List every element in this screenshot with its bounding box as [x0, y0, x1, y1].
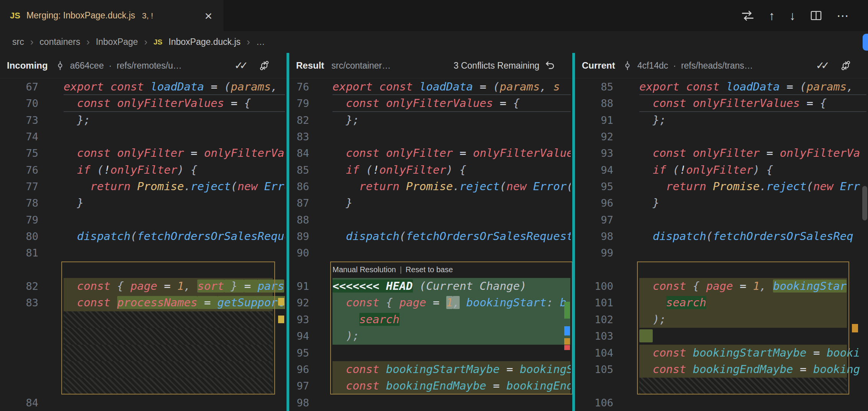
code-token: }; — [77, 113, 90, 127]
git-compare-icon[interactable] — [840, 60, 851, 71]
scrollbar-thumb[interactable] — [862, 186, 867, 220]
manual-resolution-link[interactable]: Manual Resolution — [332, 261, 396, 278]
code-line[interactable]: 103 — [575, 328, 868, 344]
code-line[interactable]: 80 dispatch(fetchOrdersOrSalesReque — [0, 228, 287, 245]
code-line[interactable]: 92 — [575, 128, 868, 145]
current-editor[interactable]: 85export const loadData = (params,88 con… — [575, 79, 868, 411]
code-line[interactable]: 77 return Promise.reject(new Erro — [0, 178, 287, 195]
undo-icon[interactable] — [544, 60, 555, 71]
code-line[interactable]: 98 — [289, 395, 572, 411]
breadcrumb-inboxpage[interactable]: InboxPage — [96, 37, 138, 47]
code-token: = — [197, 296, 217, 309]
code-line[interactable]: 86 return Promise.reject(new Error( — [289, 178, 572, 195]
breadcrumb-symbol-ellipsis[interactable]: … — [256, 37, 265, 47]
pane-sash[interactable] — [572, 53, 575, 411]
code-line[interactable]: 94 ); — [289, 328, 572, 344]
code-token: bookingStartMaybe — [386, 363, 500, 376]
code-line[interactable]: 92 const { page = 1, bookingStart: b — [289, 294, 572, 311]
code-line[interactable]: 106 — [575, 395, 868, 411]
code-line[interactable]: 90 — [289, 245, 572, 261]
code-line[interactable]: 99 — [575, 245, 868, 261]
accept-all-incoming-icon[interactable]: ✓✓ — [234, 59, 248, 72]
code-token: ( — [131, 230, 137, 243]
code-line[interactable]: 70 const onlyFilterValues = { — [0, 95, 287, 112]
code-token: = — [426, 296, 446, 309]
code-token: = — [733, 279, 753, 293]
tab-problems-badge: 3, ! — [142, 11, 153, 20]
code-line[interactable]: 78 } — [0, 195, 287, 211]
code-line[interactable]: 95 — [289, 345, 572, 361]
incoming-editor[interactable]: 67export const loadData = (params,70 con… — [0, 79, 287, 411]
git-compare-icon[interactable] — [259, 60, 270, 71]
code-token — [332, 329, 346, 342]
code-line[interactable]: 85 if (!onlyFilter) { — [289, 162, 572, 178]
conflicts-remaining-status: 3 Conflicts Remaining — [454, 61, 539, 71]
code-token — [639, 279, 653, 293]
previous-conflict-icon[interactable]: ↑ — [769, 10, 775, 22]
line-number: 98 — [289, 395, 309, 411]
code-line[interactable]: 97 — [575, 212, 868, 228]
code-line[interactable]: 89 dispatch(fetchOrdersOrSalesRequest — [289, 228, 572, 245]
current-ref: refs/heads/trans… — [681, 61, 753, 71]
reset-to-base-link[interactable]: Reset to base — [406, 261, 453, 278]
code-line[interactable]: 75 const onlyFilter = onlyFilterVal — [0, 145, 287, 161]
code-token: Promise — [406, 180, 453, 193]
code-line[interactable]: 100 const { page = 1, bookingStar — [575, 278, 868, 294]
code-line[interactable]: Manual Resolution|Reset to base — [289, 261, 572, 278]
breadcrumb-src[interactable]: src — [12, 37, 24, 47]
code-line[interactable]: 74 — [0, 128, 287, 145]
code-token: <<<<<<< HEAD — [332, 279, 413, 293]
breadcrumb-containers[interactable]: containers — [39, 37, 80, 47]
code-line[interactable]: 76 if (!onlyFilter) { — [0, 162, 287, 178]
line-number: 89 — [289, 228, 309, 245]
code-line[interactable]: 93 const onlyFilter = onlyFilterVa — [575, 145, 868, 161]
code-line[interactable]: 84 — [0, 395, 287, 411]
code-line[interactable]: 102 ); — [575, 311, 868, 328]
open-changes-icon[interactable] — [741, 9, 754, 22]
code-line[interactable]: 87 } — [289, 195, 572, 211]
overview-mark-modified — [278, 316, 284, 323]
code-line[interactable]: 85export const loadData = (params, — [575, 79, 868, 95]
code-line[interactable]: 82 }; — [289, 112, 572, 128]
code-line[interactable]: 97 const bookingEndMaybe = bookingEnd — [289, 378, 572, 394]
line-number: 74 — [0, 128, 38, 145]
code-line[interactable]: 83 — [289, 128, 572, 145]
code-line[interactable]: 76export const loadData = (params, s — [289, 79, 572, 95]
code-line[interactable]: 88 const onlyFilterValues = { — [575, 95, 868, 112]
pane-sash[interactable] — [287, 53, 289, 411]
code-token: onlyFilter — [686, 163, 753, 176]
code-line[interactable]: 91 }; — [575, 112, 868, 128]
code-line[interactable]: 93 search — [289, 311, 572, 328]
next-conflict-icon[interactable]: ↓ — [789, 10, 796, 22]
code-line[interactable]: 96 } — [575, 195, 868, 211]
code-line[interactable]: 81 — [0, 245, 287, 261]
code-line[interactable]: 84 const onlyFilter = onlyFilterValue — [289, 145, 572, 161]
more-actions-icon[interactable]: ⋯ — [837, 10, 849, 22]
code-line[interactable]: 79 — [0, 212, 287, 228]
code-line[interactable]: 95 return Promise.reject(new Err — [575, 178, 868, 195]
code-line[interactable]: 101 search — [575, 294, 868, 311]
tab-merging-inboxpage[interactable]: JS Merging: InboxPage.duck.js 3, ! × — [0, 0, 224, 31]
code-line[interactable]: 88 — [289, 212, 572, 228]
result-editor[interactable]: 76export const loadData = (params, s79 c… — [289, 79, 572, 411]
code-line[interactable]: 91<<<<<<< HEAD (Current Change) — [289, 278, 572, 294]
code-line[interactable]: 94 if (!onlyFilter) { — [575, 162, 868, 178]
accept-all-current-icon[interactable]: ✓✓ — [816, 59, 830, 72]
code-line[interactable]: 105 const bookingEndMaybe = booking — [575, 361, 868, 378]
code-token: new — [506, 180, 533, 193]
code-line[interactable]: 104 const bookingStartMaybe = booki — [575, 345, 868, 361]
code-line[interactable]: 73 }; — [0, 112, 287, 128]
code-line[interactable]: 79 const onlyFilterValues = { — [289, 95, 572, 112]
code-line[interactable]: 83 const processNames = getSupporte — [0, 294, 287, 311]
split-editor-icon[interactable] — [810, 10, 822, 21]
code-token: const — [379, 80, 419, 93]
code-line[interactable]: 98 dispatch(fetchOrdersOrSalesReq — [575, 228, 868, 245]
close-tab-icon[interactable]: × — [203, 9, 214, 22]
code-line[interactable]: 67export const loadData = (params, — [0, 79, 287, 95]
hatched-filler-line — [0, 345, 287, 361]
code-token: = — [453, 146, 473, 159]
code-line[interactable]: 82 const { page = 1, sort } = pars — [0, 278, 287, 294]
code-line[interactable]: 96 const bookingStartMaybe = bookingS — [289, 361, 572, 378]
code-token: const — [653, 146, 693, 159]
breadcrumb-file[interactable]: InboxPage.duck.js — [169, 37, 241, 47]
